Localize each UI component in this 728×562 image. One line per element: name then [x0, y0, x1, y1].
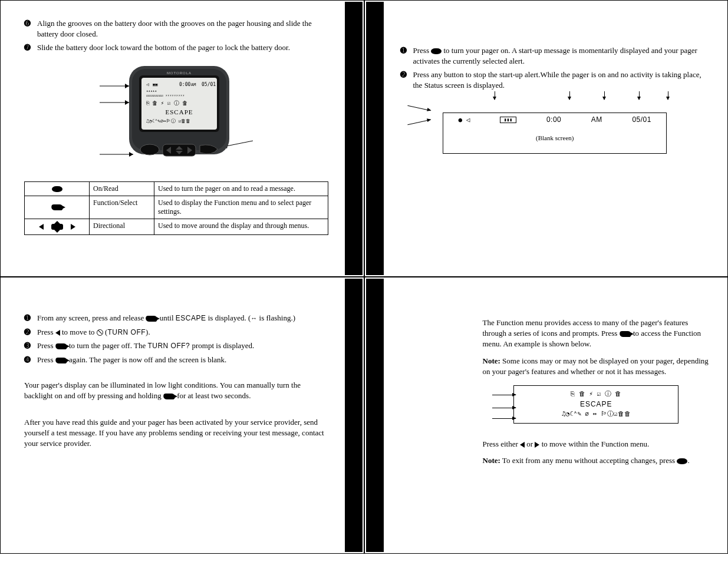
lcd-escape: ESCAPE [165, 108, 193, 115]
brand-label: MOTOROLA [167, 71, 192, 75]
battery-steps: ➏ Align the grooves on the battery door … [24, 18, 328, 53]
down-arrow-icon [639, 91, 640, 100]
step-item: ➊ Press to turn your pager on. A start-u… [413, 45, 710, 66]
oval-button-icon [677, 458, 687, 464]
left-triangle-icon [39, 224, 44, 230]
button-desc: Used to move around the display and thro… [154, 219, 328, 234]
spine-strip [366, 2, 384, 275]
oval-button-icon [52, 186, 62, 192]
panel-top-left: ➏ Align the grooves on the battery door … [0, 0, 364, 277]
function-menu-row-1: ⎘ 🗑 ⚡ ☑ ⓘ 🗑 [516, 389, 676, 399]
turn-off-icon [97, 329, 103, 336]
svg-point-18 [140, 144, 159, 155]
function-select-button-icon [163, 394, 176, 399]
step-number-2: ➋ [400, 70, 407, 80]
svg-text:☑☑☑☑☑☑☑☑ ⚡⚡⚡⚡⚡⚡⚡⚡⚡: ☑☑☑☑☑☑☑☑ ⚡⚡⚡⚡⚡⚡⚡⚡⚡ [146, 93, 185, 97]
step-number-1: ➊ [400, 45, 407, 56]
note-paragraph: Note: Some icons may or may not be displ… [483, 356, 710, 377]
button-name: On/Read [90, 181, 154, 196]
panel-top-right: ➊ Press to turn your pager on. A start-u… [364, 0, 729, 277]
button-desc: Used to display the Function menu and to… [154, 196, 328, 219]
step-text: Press any button to stop the start-up al… [413, 70, 701, 90]
function-menu-row-3: ♫◔☾ᴬ✎ ⌀ ↔ 🏳ⓘ☑🗑🗑 [516, 409, 676, 419]
step-number-1: ➊ [24, 313, 31, 323]
double-arrow-icon: ↔ [251, 315, 257, 322]
step-number-4: ➍ [24, 355, 31, 365]
pointer-arrow [492, 412, 516, 423]
svg-text:⎘  🗑  ⚡  ☑  ⓘ  🗑: ⎘ 🗑 ⚡ ☑ ⓘ 🗑 [146, 100, 187, 106]
oval-button-icon [431, 48, 442, 54]
backlight-paragraph: Your pager's display can be illuminated … [24, 380, 328, 401]
status-time: 0:00 [546, 115, 561, 124]
button-reference-table: On/Read Used to turn the pager on and to… [24, 181, 328, 235]
function-menu-escape: ESCAPE [516, 399, 676, 409]
step-item: ➋ Press any button to stop the start-up … [413, 70, 710, 90]
spine-strip [345, 2, 363, 275]
step-text-post: to turn your pager on. A start-up messag… [413, 46, 697, 65]
exit-note-paragraph: Note: To exit from any menu without acce… [483, 455, 710, 466]
step-item: ➐ Slide the battery door lock toward the… [37, 42, 328, 53]
svg-marker-5 [129, 152, 133, 157]
svg-text:◁: ◁ [146, 82, 149, 87]
table-row: Function/Select Used to display the Func… [25, 196, 328, 219]
function-select-button-icon [619, 331, 632, 337]
function-menu-diagram: ⎘ 🗑 ⚡ ☑ ⓘ 🗑 ESCAPE ♫◔☾ᴬ✎ ⌀ ↔ 🏳ⓘ☑🗑🗑 [513, 385, 678, 424]
lcd-word-turnoff-q: TURN OFF? [147, 342, 190, 350]
step-text: Slide the battery door lock toward the b… [37, 43, 290, 52]
left-triangle-icon [520, 442, 525, 448]
step-number-3: ➌ [24, 340, 31, 351]
panel-bottom-left: ➊ From any screen, press and release unt… [0, 277, 364, 554]
pointer-arrow [492, 402, 516, 412]
function-menu-intro: The Function menu provides access to man… [483, 318, 710, 350]
right-triangle-icon [71, 224, 75, 230]
button-name: Directional [90, 219, 154, 234]
navigate-paragraph: Press either or to move within the Funct… [483, 439, 710, 449]
function-select-icon-cell [25, 196, 90, 219]
lcd-date: 05/01 [202, 82, 216, 87]
left-triangle-icon [55, 330, 60, 336]
panel-bottom-right: The Function menu provides access to man… [364, 277, 729, 554]
table-row: Directional Used to move around the disp… [25, 219, 328, 234]
battery-icon: ▮▮▮ [500, 117, 516, 123]
status-screen-diagram: ● ◁ ▮▮▮ 0:00 AM 05/01 (Blank screen) [443, 102, 667, 154]
blank-screen-label: (Blank screen) [443, 134, 666, 141]
step-item: ➊ From any screen, press and release unt… [37, 313, 328, 323]
svg-text:▣▣: ▣▣ [153, 82, 158, 87]
lcd-word-escape: ESCAPE [176, 314, 206, 322]
test-message-paragraph: After you have read this guide and your … [24, 417, 328, 449]
function-select-button-icon [146, 316, 159, 322]
on-read-icon-cell [25, 181, 90, 196]
down-arrow-icon [604, 91, 605, 100]
down-arrow-icon [668, 91, 668, 100]
pointer-arrow [408, 120, 431, 125]
button-name: Function/Select [90, 196, 154, 219]
directional-icon-cell [25, 219, 90, 234]
directional-cluster-icon [47, 222, 67, 232]
step-number-7: ➐ [24, 42, 31, 53]
svg-marker-3 [125, 100, 129, 105]
function-select-button-icon [55, 358, 68, 363]
table-row: On/Read Used to turn the pager on and to… [25, 181, 328, 196]
status-date: 05/01 [632, 115, 651, 124]
lcd-word-turnoff: TURN OFF [107, 328, 146, 336]
down-arrow-icon [495, 91, 495, 100]
function-select-button-icon [51, 204, 64, 210]
power-off-steps: ➊ From any screen, press and release unt… [24, 313, 328, 365]
step-item: ➋ Press to move to (TURN OFF). [37, 327, 328, 338]
step-item: ➍ Press again. The pager is now off and … [37, 355, 328, 365]
pager-svg: MOTOROLA ◁ ▣▣ 0:00 AM 05/01 ▴▴▴▴▴ ☑☑☑☑☑☑… [97, 61, 256, 173]
step-item: ➌ Press to turn the pager off. The TURN … [37, 340, 328, 351]
pager-device-illustration: MOTOROLA ◁ ▣▣ 0:00 AM 05/01 ▴▴▴▴▴ ☑☑☑☑☑☑… [24, 61, 328, 176]
step-text-pre: Press [413, 46, 431, 55]
function-menu-box: ⎘ 🗑 ⚡ ☑ ⓘ 🗑 ESCAPE ♫◔☾ᴬ✎ ⌀ ↔ 🏳ⓘ☑🗑🗑 [513, 385, 678, 424]
lcd-ampm: AM [191, 82, 196, 87]
function-select-button-icon [55, 343, 68, 349]
step-text: Align the grooves on the battery door wi… [37, 19, 312, 38]
note-label: Note: [483, 356, 500, 365]
status-icon-row: ● ◁ ▮▮▮ 0:00 AM 05/01 [443, 115, 666, 124]
spine-strip [366, 279, 384, 552]
svg-text:♫◔☾ᴬ✎⌀↔🏳ⓘ  ☑🗑🗑: ♫◔☾ᴬ✎⌀↔🏳ⓘ ☑🗑🗑 [146, 118, 190, 124]
lcd-time: 0:00 [179, 82, 190, 87]
spine-strip [345, 279, 363, 552]
status-screen-box: ● ◁ ▮▮▮ 0:00 AM 05/01 (Blank screen) [443, 113, 667, 154]
